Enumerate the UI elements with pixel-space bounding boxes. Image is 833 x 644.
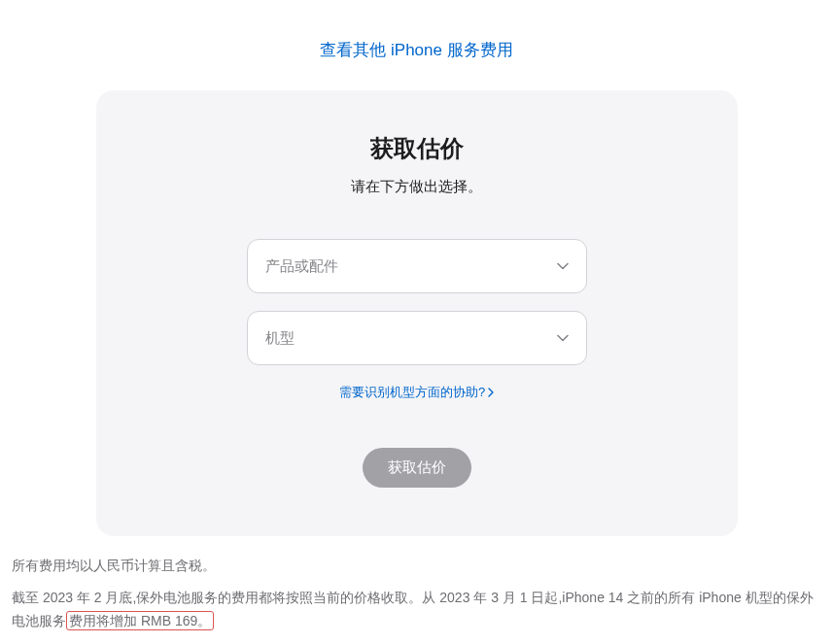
product-select-placeholder: 产品或配件: [265, 257, 338, 276]
product-select-wrap: 产品或配件: [247, 239, 587, 293]
chevron-right-icon: [488, 386, 494, 400]
help-link-label: 需要识别机型方面的协助?: [339, 384, 485, 401]
footnote-tax: 所有费用均以人民币计算且含税。: [12, 558, 821, 575]
top-link-wrap: 查看其他 iPhone 服务费用: [12, 39, 821, 61]
get-estimate-button[interactable]: 获取估价: [363, 448, 471, 488]
card-title: 获取估价: [135, 133, 699, 164]
product-select[interactable]: 产品或配件: [247, 239, 587, 293]
model-select-wrap: 机型: [247, 311, 587, 365]
identify-model-link[interactable]: 需要识别机型方面的协助?: [339, 384, 494, 401]
help-link-wrap: 需要识别机型方面的协助?: [135, 383, 699, 401]
other-services-link[interactable]: 查看其他 iPhone 服务费用: [320, 41, 512, 59]
estimate-card: 获取估价 请在下方做出选择。 产品或配件 机型 需要识别机型方面的协助?: [96, 90, 738, 536]
highlighted-text: 费用将增加 RMB 169。: [66, 611, 214, 630]
card-subtitle: 请在下方做出选择。: [135, 178, 699, 196]
model-select[interactable]: 机型: [247, 311, 587, 365]
footnote-price-change: 截至 2023 年 2 月底,保外电池服务的费用都将按照当前的价格收取。从 20…: [12, 587, 821, 633]
model-select-placeholder: 机型: [265, 329, 295, 348]
